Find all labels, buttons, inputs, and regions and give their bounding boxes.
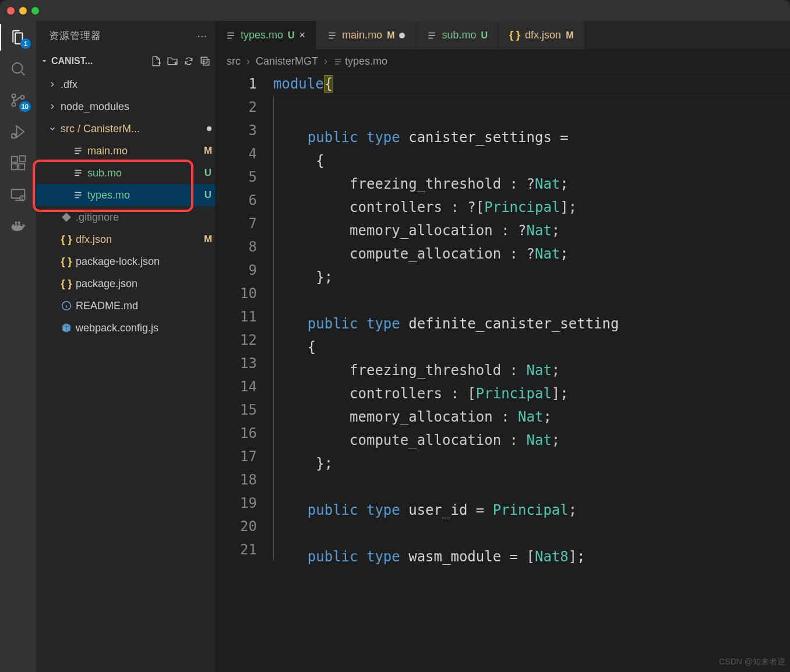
scm-badge: 10 <box>19 101 31 112</box>
explorer-badge: 1 <box>20 38 31 49</box>
dirty-indicator <box>399 33 405 38</box>
svg-rect-7 <box>19 164 24 169</box>
tree-item-main-mo[interactable]: main.moM <box>36 140 215 162</box>
explorer-panel: 资源管理器 ··· CANIST... .dfxnode_modulessrc … <box>36 21 215 672</box>
breadcrumb-item[interactable]: CanisterMGT <box>256 55 318 68</box>
code-editor[interactable]: 123456789101112131415161718192021 module… <box>215 72 790 672</box>
tree-item-sub-mo[interactable]: sub.moU <box>36 162 215 184</box>
tab-dfx-json[interactable]: { }dfx.jsonM <box>499 21 584 49</box>
run-debug-icon[interactable] <box>8 121 29 142</box>
explorer-title: 资源管理器 <box>49 29 101 43</box>
file-tree: .dfxnode_modulessrc / CanisterM...main.m… <box>36 72 215 672</box>
svg-point-0 <box>12 63 23 73</box>
breadcrumbs[interactable]: src›CanisterMGT›types.mo <box>215 50 790 72</box>
folder-header[interactable]: CANIST... <box>36 50 215 72</box>
remote-icon[interactable] <box>8 184 29 205</box>
source-control-icon[interactable]: 10 <box>8 90 29 111</box>
maximize-window-button[interactable] <box>31 7 39 15</box>
collapse-icon[interactable] <box>200 56 210 66</box>
svg-rect-14 <box>15 222 17 224</box>
svg-rect-15 <box>18 222 20 224</box>
explorer-more-icon[interactable]: ··· <box>197 29 207 43</box>
tree-item-dfx-json[interactable]: { }dfx.jsonM <box>36 228 215 250</box>
tree-item-node-modules[interactable]: node_modules <box>36 96 215 118</box>
window-titlebar <box>0 0 790 21</box>
close-window-button[interactable] <box>7 7 15 15</box>
watermark: CSDN @知来者逆 <box>719 657 785 667</box>
tab-sub-mo[interactable]: sub.moU <box>416 21 499 49</box>
svg-rect-5 <box>12 157 17 162</box>
line-gutter: 123456789101112131415161718192021 <box>215 72 273 672</box>
tab-types-mo[interactable]: types.moU× <box>215 21 316 49</box>
svg-rect-16 <box>201 57 207 63</box>
docker-icon[interactable] <box>8 215 29 236</box>
new-file-icon[interactable] <box>151 56 161 66</box>
activity-bar: 1 10 <box>0 21 36 672</box>
tree-item-readme-md[interactable]: README.md <box>36 295 215 317</box>
refresh-icon[interactable] <box>184 56 194 66</box>
tab-main-mo[interactable]: main.moM <box>316 21 416 49</box>
svg-point-2 <box>12 102 15 106</box>
tree-item-webpack-config-js[interactable]: webpack.config.js <box>36 317 215 339</box>
svg-point-3 <box>20 96 24 99</box>
svg-point-10 <box>20 196 25 201</box>
new-folder-icon[interactable] <box>167 56 178 66</box>
explorer-icon[interactable]: 1 <box>8 27 29 48</box>
breadcrumb-item[interactable]: types.mo <box>333 55 387 68</box>
editor-tabs: types.moU×main.moMsub.moU{ }dfx.jsonM <box>215 21 790 50</box>
extensions-icon[interactable] <box>8 153 29 174</box>
svg-rect-8 <box>20 156 26 162</box>
tree-item--dfx[interactable]: .dfx <box>36 73 215 96</box>
minimize-window-button[interactable] <box>19 7 27 15</box>
folder-name: CANIST... <box>51 56 149 66</box>
tree-item--gitignore[interactable]: .gitignore <box>36 206 215 228</box>
close-tab-icon[interactable]: × <box>299 29 306 41</box>
tree-item-package-json[interactable]: { }package.json <box>36 273 215 295</box>
tree-item-package-lock-json[interactable]: { }package-lock.json <box>36 250 215 273</box>
search-icon[interactable] <box>8 58 29 79</box>
svg-point-1 <box>12 94 15 97</box>
svg-rect-6 <box>12 164 17 169</box>
tree-item-types-mo[interactable]: types.moU <box>36 184 215 206</box>
code-content[interactable]: module{ public type canister_settings = … <box>273 72 790 672</box>
chevron-down-icon <box>40 57 49 65</box>
editor-area: types.moU×main.moMsub.moU{ }dfx.jsonM sr… <box>215 21 790 672</box>
breadcrumb-item[interactable]: src <box>227 55 241 68</box>
tree-item-src---canisterm---[interactable]: src / CanisterM... <box>36 118 215 140</box>
